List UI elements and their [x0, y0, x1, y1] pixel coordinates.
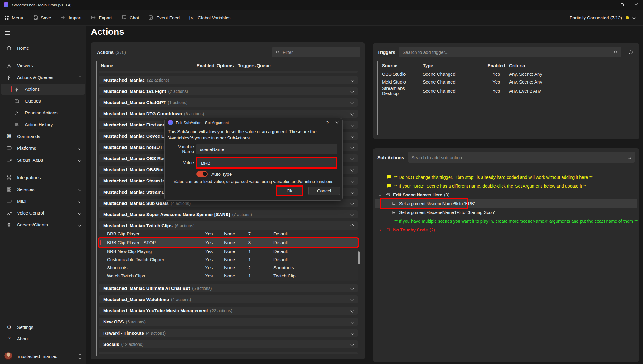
sidebar-item-integrations[interactable]: Integrations	[1, 172, 85, 183]
sidebar-item-action-history[interactable]: Action History	[1, 119, 85, 130]
cancel-button[interactable]: Cancel	[308, 187, 340, 195]
sidebar-item-actions-queues[interactable]: Actions & Queues	[1, 72, 85, 83]
partial-row[interactable]	[99, 71, 358, 73]
chevron-down-icon[interactable]	[350, 331, 354, 335]
dialog-close-button[interactable]	[335, 121, 339, 124]
sidebar-item-platforms[interactable]: Platforms	[1, 143, 85, 154]
sidebar-item-stream-apps[interactable]: Stream Apps	[1, 154, 85, 166]
variable-name-input[interactable]	[196, 144, 337, 154]
trigger-row[interactable]: Meld Studio Scene Changed Yes Any, Scene…	[378, 78, 635, 86]
chevron-down-icon[interactable]	[350, 157, 354, 160]
account-switcher[interactable]: mustached_maniac	[0, 350, 86, 364]
subaction-item[interactable]: Set argument %sceneName1% to 'Starting S…	[375, 208, 637, 217]
subaction-comment[interactable]: ** If your 'BRB' Scene has a different n…	[375, 182, 637, 190]
info-icon[interactable]	[628, 50, 633, 55]
action-row[interactable]: Shoutouts Yes None 2 Shoutouts	[99, 264, 358, 272]
column-header[interactable]: Options	[217, 63, 238, 68]
action-row-selected[interactable]: BRB Clip Player - STOP Yes None 3 Defaul…	[99, 238, 358, 247]
chevron-down-icon[interactable]	[350, 179, 354, 182]
action-group-row[interactable]: Mustached_Maniac YouTube Music Managemen…	[99, 307, 358, 315]
chevron-down-icon[interactable]	[350, 90, 354, 93]
sidebar-item-home[interactable]: Home	[1, 42, 85, 54]
action-group-row[interactable]: Mustached_Maniac Ultimate AI Chat Bot(6 …	[99, 284, 358, 292]
partial-row[interactable]	[99, 352, 358, 354]
column-header[interactable]: Queue	[257, 63, 360, 68]
column-header[interactable]: Enabled	[197, 63, 217, 68]
chat-button[interactable]: Chat	[117, 10, 144, 25]
sidebar-toggle-button[interactable]	[0, 28, 86, 38]
subaction-comment[interactable]: ** Do NOT change this trigger, '!brb sto…	[375, 173, 637, 182]
sidebar-item-servers-clients[interactable]: Servers/Clients	[1, 219, 85, 230]
trigger-search-input[interactable]	[403, 50, 610, 55]
trigger-row[interactable]: Streamlabs Desktop Scene Changed Yes Any…	[378, 86, 635, 93]
subaction-item-selected[interactable]: Set argument %sceneName% to 'BRB'	[375, 199, 637, 208]
trigger-row[interactable]: OBS Studio Scene Changed Yes Any, Scene:…	[378, 70, 635, 78]
dialog-title-bar[interactable]: Edit SubAction - Set Argument ?	[165, 118, 342, 127]
sidebar-item-midi[interactable]: MIDI	[1, 195, 85, 207]
minimize-button[interactable]	[601, 0, 615, 10]
global-variables-button[interactable]: {x} Global Variables	[184, 10, 235, 25]
chevron-down-icon[interactable]	[350, 309, 354, 312]
action-group-row[interactable]: Mustached_Maniac Twitch Clips(6 actions)	[99, 221, 358, 230]
chevron-down-icon[interactable]	[350, 168, 354, 171]
export-button[interactable]: Export	[86, 10, 116, 25]
column-header[interactable]: Type	[423, 63, 483, 68]
subaction-group-collapsed[interactable]: No Touchy Code (2)	[375, 225, 637, 234]
chevron-down-icon[interactable]	[350, 123, 354, 126]
chevron-down-icon[interactable]	[350, 134, 354, 138]
chevron-down-icon[interactable]	[350, 287, 354, 290]
action-group-row[interactable]: Mustached_Maniac ChatGPT(1 actions)	[99, 98, 358, 107]
maximize-button[interactable]	[615, 0, 629, 10]
chevron-down-icon[interactable]	[379, 193, 382, 196]
chevron-down-icon[interactable]	[350, 202, 354, 205]
menu-button[interactable]: Menu	[0, 10, 28, 25]
sidebar-item-about[interactable]: ? About	[1, 333, 85, 344]
subaction-group[interactable]: Edit Scene Names Here (3)	[375, 190, 637, 199]
chevron-down-icon[interactable]	[350, 78, 354, 82]
help-button[interactable]: ?	[326, 120, 329, 125]
import-button[interactable]: Import	[56, 10, 86, 25]
column-header[interactable]: Criteria	[509, 63, 635, 68]
action-group-row[interactable]: Mustached_Maniac Super Awesome Name Spin…	[99, 210, 358, 218]
action-group-row[interactable]: Mustached_Maniac 1v1 Fight(2 actions)	[99, 87, 358, 95]
sidebar-item-services[interactable]: Services	[1, 184, 85, 195]
event-feed-button[interactable]: Event Feed	[144, 10, 184, 25]
column-header[interactable]: Enabled	[483, 63, 509, 68]
chevron-down-icon[interactable]	[350, 112, 354, 115]
chevron-down-icon[interactable]	[350, 190, 354, 194]
ok-button[interactable]: Ok	[277, 187, 302, 195]
action-group-row[interactable]: Mustached_Maniac Watchtime(1 actions)	[99, 295, 358, 303]
action-group-row[interactable]: Reward - Timeouts(4 actions)	[99, 329, 358, 337]
sidebar-item-actions[interactable]: Actions	[1, 84, 85, 95]
action-group-row[interactable]: Socials(12 actions)	[99, 340, 358, 348]
sidebar-item-settings[interactable]: ⚙ Settings	[1, 322, 85, 333]
sidebar-item-pending-actions[interactable]: Pending Actions	[1, 107, 85, 118]
connection-status[interactable]: Partially Connected (7/12)	[570, 15, 643, 20]
auto-type-toggle[interactable]	[196, 171, 208, 177]
sidebar-item-commands[interactable]: ⌘ Commands	[1, 131, 85, 142]
chevron-down-icon[interactable]	[350, 343, 354, 346]
action-row[interactable]: Watch Twitch Clips Yes None 1 Twitch Cli…	[99, 272, 358, 280]
column-header[interactable]: Name	[97, 63, 197, 68]
chevron-up-icon[interactable]	[350, 224, 354, 227]
action-row[interactable]: BRB New Clip Playing Yes None 1 Default	[99, 247, 358, 255]
column-header[interactable]: Source	[378, 63, 423, 68]
close-button[interactable]	[629, 0, 643, 10]
action-group-row[interactable]: Mustached_Maniac DTG Countdown(6 actions…	[99, 110, 358, 118]
filter-input[interactable]	[283, 50, 357, 55]
column-header[interactable]: Triggers	[238, 63, 257, 68]
save-button[interactable]: Save	[28, 10, 56, 25]
action-group-row[interactable]: Mustached_Maniac(22 actions)	[99, 76, 358, 84]
chevron-down-icon[interactable]	[350, 320, 354, 323]
chevron-right-icon[interactable]	[379, 228, 382, 231]
sidebar-item-voice-control[interactable]: Voice Control	[1, 207, 85, 218]
sidebar-item-viewers[interactable]: Viewers	[1, 60, 85, 71]
value-input[interactable]	[197, 158, 336, 167]
chevron-down-icon[interactable]	[350, 101, 354, 104]
subaction-search-input[interactable]	[411, 155, 624, 160]
action-row[interactable]: Customizable Twitch Clipper Yes None 1 D…	[99, 255, 358, 264]
chevron-down-icon[interactable]	[350, 146, 354, 149]
vertical-scrollbar[interactable]	[358, 251, 360, 264]
subaction-comment[interactable]: ** If you have multiple scenes you want …	[375, 217, 637, 225]
sidebar-item-queues[interactable]: Queues	[1, 95, 85, 107]
